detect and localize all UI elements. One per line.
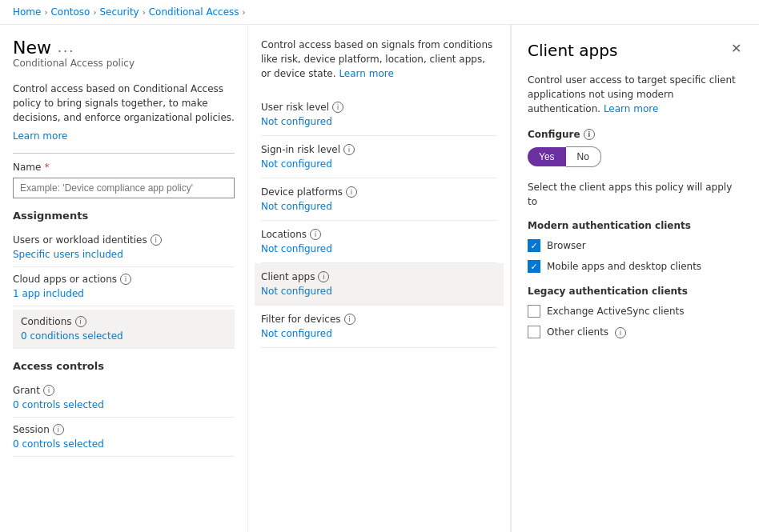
name-label-text: Name xyxy=(13,162,41,173)
modern-checkbox-item-1: Mobile apps and desktop clients xyxy=(528,260,743,273)
condition-info-icon-4[interactable]: i xyxy=(318,271,329,282)
middle-learn-more[interactable]: Learn more xyxy=(339,68,393,79)
assignments-section: Assignments Users or workload identities… xyxy=(13,210,235,349)
assignments-label: Assignments xyxy=(13,210,235,222)
breadcrumb-home[interactable]: Home xyxy=(13,6,41,18)
condition-row-1[interactable]: Sign-in risk level i Not configured xyxy=(261,136,497,178)
condition-label-1: Sign-in risk level i xyxy=(261,144,497,155)
session-label: Session i xyxy=(13,424,235,435)
condition-value-2: Not configured xyxy=(261,201,497,212)
cloud-apps-assignment-item: Cloud apps or actions i 1 app included xyxy=(13,267,235,306)
condition-info-icon-5[interactable]: i xyxy=(344,314,355,325)
breadcrumb-conditional-access[interactable]: Conditional Access xyxy=(149,6,239,18)
flyout-description: Control user access to target specific c… xyxy=(528,73,743,116)
users-label: Users or workload identities i xyxy=(13,234,235,246)
session-item: Session i 0 controls selected xyxy=(13,418,235,457)
modern-auth-list: Browser Mobile apps and desktop clients xyxy=(528,239,743,273)
condition-label-0: User risk level i xyxy=(261,102,497,113)
modern-checkbox-1[interactable] xyxy=(528,260,540,273)
condition-label-5: Filter for devices i xyxy=(261,314,497,325)
toggle-no-button[interactable]: No xyxy=(566,146,601,167)
configure-label: Configure i xyxy=(528,129,743,140)
users-info-icon[interactable]: i xyxy=(151,234,162,246)
divider-1 xyxy=(13,153,235,154)
modern-checkbox-0[interactable] xyxy=(528,239,540,252)
modern-auth-title: Modern authentication clients xyxy=(528,220,743,231)
modern-checkbox-item-0: Browser xyxy=(528,239,743,252)
legacy-auth-title: Legacy authentication clients xyxy=(528,286,743,297)
cloud-apps-value[interactable]: 1 app included xyxy=(13,288,235,299)
left-learn-more[interactable]: Learn more xyxy=(13,130,67,142)
flyout-learn-more[interactable]: Learn more xyxy=(604,103,658,114)
configure-toggle: Yes No xyxy=(528,146,743,167)
grant-label: Grant i xyxy=(13,385,235,396)
flyout-close-button[interactable]: ✕ xyxy=(729,41,743,57)
conditions-value[interactable]: 0 conditions selected xyxy=(21,330,227,342)
required-star: * xyxy=(44,162,49,173)
legacy-checkbox-item-0: Exchange ActiveSync clients xyxy=(528,305,743,318)
bc-sep-4: › xyxy=(243,8,246,17)
condition-row-2[interactable]: Device platforms i Not configured xyxy=(261,178,497,221)
other-clients-info-icon[interactable]: i xyxy=(615,327,626,338)
left-description: Control access based on Conditional Acce… xyxy=(13,82,235,125)
legacy-auth-list: Exchange ActiveSync clients Other client… xyxy=(528,305,743,338)
name-input[interactable] xyxy=(13,178,235,198)
breadcrumb: Home › Contoso › Security › Conditional … xyxy=(0,0,759,25)
legacy-auth-section: Legacy authentication clients Exchange A… xyxy=(528,286,743,338)
condition-label-4: Client apps i xyxy=(261,271,497,282)
toggle-yes-button[interactable]: Yes xyxy=(528,147,566,166)
bc-sep-2: › xyxy=(93,8,96,17)
condition-info-icon-0[interactable]: i xyxy=(332,102,343,113)
conditions-label: Conditions i xyxy=(21,316,227,327)
flyout-title: Client apps xyxy=(528,41,617,60)
condition-value-5: Not configured xyxy=(261,328,497,339)
legacy-checkbox-label-1: Other clients i xyxy=(547,326,626,338)
condition-label-2: Device platforms i xyxy=(261,186,497,198)
name-field-label: Name * xyxy=(13,162,235,173)
condition-row-4[interactable]: Client apps i Not configured xyxy=(255,263,504,306)
left-panel: New ... Conditional Access policy Contro… xyxy=(0,25,248,532)
access-controls-section: Access controls Grant i 0 controls selec… xyxy=(13,360,235,457)
select-apps-label: Select the client apps this policy will … xyxy=(528,180,743,209)
access-controls-label: Access controls xyxy=(13,360,235,372)
client-apps-flyout: Client apps ✕ Control user access to tar… xyxy=(511,25,759,532)
legacy-checkbox-item-1: Other clients i xyxy=(528,326,743,338)
bc-sep-1: › xyxy=(44,8,47,17)
cloud-apps-label: Cloud apps or actions i xyxy=(13,274,235,285)
page-title: New xyxy=(13,38,51,58)
session-value[interactable]: 0 controls selected xyxy=(13,438,235,450)
configure-info-icon[interactable]: i xyxy=(584,129,595,140)
users-assignment-item: Users or workload identities i Specific … xyxy=(13,228,235,267)
bc-sep-3: › xyxy=(143,8,146,17)
condition-info-icon-2[interactable]: i xyxy=(346,186,357,198)
condition-info-icon-1[interactable]: i xyxy=(343,144,355,155)
legacy-checkbox-0[interactable] xyxy=(528,305,540,318)
condition-row-3[interactable]: Locations i Not configured xyxy=(261,221,497,263)
conditions-block[interactable]: Conditions i 0 conditions selected xyxy=(13,310,235,349)
flyout-header: Client apps ✕ xyxy=(528,41,743,60)
grant-info-icon[interactable]: i xyxy=(43,385,54,396)
legacy-checkbox-label-0: Exchange ActiveSync clients xyxy=(547,306,685,317)
condition-row-5[interactable]: Filter for devices i Not configured xyxy=(261,306,497,348)
conditions-list: User risk level i Not configured Sign-in… xyxy=(261,94,497,348)
modern-checkbox-label-1: Mobile apps and desktop clients xyxy=(547,261,701,272)
breadcrumb-contoso[interactable]: Contoso xyxy=(50,6,90,18)
condition-label-3: Locations i xyxy=(261,229,497,240)
breadcrumb-security[interactable]: Security xyxy=(99,6,139,18)
condition-value-4: Not configured xyxy=(261,286,497,297)
users-value[interactable]: Specific users included xyxy=(13,249,235,260)
condition-value-1: Not configured xyxy=(261,158,497,170)
condition-row-0[interactable]: User risk level i Not configured xyxy=(261,94,497,136)
main-container: New ... Conditional Access policy Contro… xyxy=(0,25,759,532)
cloud-apps-info-icon[interactable]: i xyxy=(120,274,131,285)
page-subtitle: Conditional Access policy xyxy=(13,58,235,69)
page-title-area: New ... xyxy=(13,38,235,58)
session-info-icon[interactable]: i xyxy=(53,424,64,435)
condition-value-3: Not configured xyxy=(261,243,497,254)
grant-item: Grant i 0 controls selected xyxy=(13,378,235,418)
conditions-info-icon[interactable]: i xyxy=(75,316,86,327)
legacy-checkbox-1[interactable] xyxy=(528,326,540,338)
modern-checkbox-label-0: Browser xyxy=(547,240,586,251)
condition-info-icon-3[interactable]: i xyxy=(310,229,321,240)
grant-value[interactable]: 0 controls selected xyxy=(13,399,235,410)
